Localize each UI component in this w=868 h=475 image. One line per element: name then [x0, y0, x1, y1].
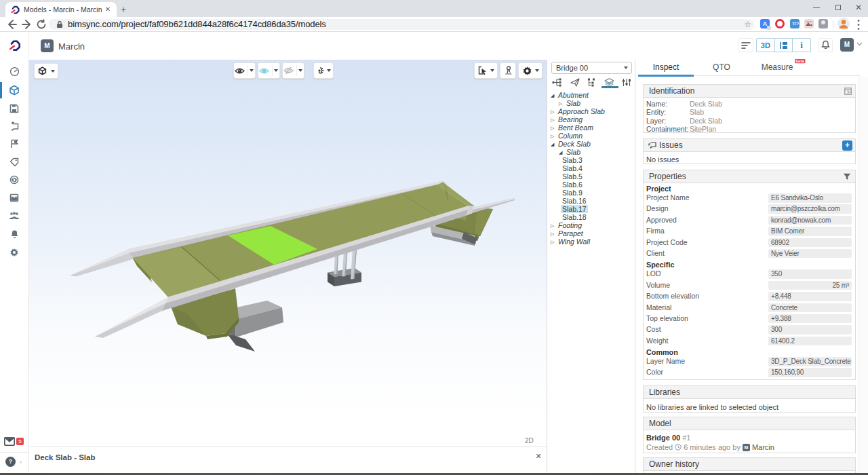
reload-icon[interactable] — [35, 18, 47, 31]
tree-item-label[interactable]: Deck Slab — [558, 140, 591, 148]
back-icon[interactable] — [5, 18, 18, 31]
tree-item-slab[interactable]: ▷Slab — [547, 99, 635, 107]
user-chevron-icon[interactable] — [856, 42, 863, 46]
help-button[interactable]: ? — [5, 457, 16, 467]
sidebar-item-labels[interactable] — [0, 154, 28, 170]
model-selector[interactable]: Bridge 00 — [551, 62, 632, 74]
tree-tab-classification[interactable] — [583, 77, 600, 88]
selection-close-icon[interactable]: ✕ — [534, 452, 543, 461]
tree-item-label[interactable]: Footing — [558, 221, 582, 229]
sidebar-item-milestones[interactable] — [0, 136, 28, 152]
view-tree-button[interactable] — [774, 39, 793, 52]
window-maximize-button[interactable] — [831, 1, 845, 14]
workspace-avatar[interactable]: M — [41, 39, 54, 52]
tree-item-slab-3[interactable]: Slab.3 — [547, 156, 635, 164]
sidebar-item-members[interactable] — [0, 207, 28, 223]
tree-item-label[interactable]: Slab.6 — [562, 180, 583, 189]
tree-item-wing-wall[interactable]: ▷Wing Wall — [547, 238, 635, 246]
extension-gray-icon[interactable] — [818, 19, 828, 28]
tree-item-label[interactable]: Slab — [566, 99, 580, 107]
tree-item-deck-slab[interactable]: ◢Deck Slab — [547, 140, 635, 148]
tree-item-bearing[interactable]: ▷Bearing — [547, 115, 635, 124]
extension-photo-icon[interactable] — [804, 19, 814, 28]
notifications-button[interactable] — [818, 38, 833, 52]
tree-item-slab-6[interactable]: Slab.6 — [547, 180, 635, 189]
view-info-button[interactable]: i — [792, 39, 810, 52]
lock-icon[interactable] — [56, 20, 63, 28]
extension-tfp-icon[interactable]: TF? — [790, 19, 800, 28]
help-chevron-icon[interactable]: › — [20, 459, 22, 466]
tree-item-label[interactable]: Slab — [566, 148, 580, 156]
expander-closed-icon[interactable]: ▷ — [551, 108, 554, 116]
sidebar-item-dashboard[interactable] — [0, 63, 28, 79]
expander-closed-icon[interactable]: ▷ — [551, 238, 554, 246]
tree-tab-filters[interactable] — [618, 77, 635, 88]
window-minimize-button[interactable] — [810, 1, 823, 14]
sidebar-item-topics[interactable] — [0, 118, 28, 134]
expander-closed-icon[interactable]: ▷ — [551, 116, 554, 124]
tree-item-label[interactable]: Approach Slab — [558, 107, 605, 115]
tree-item-parapet[interactable]: ▷Parapet — [547, 229, 635, 238]
messages-icon[interactable] — [4, 437, 15, 446]
show-objects-button[interactable] — [233, 62, 256, 79]
viewer-3d[interactable]: 2D Deck Slab - Slab ✕ — [29, 60, 547, 446]
sidebar-item-notifications[interactable] — [0, 226, 28, 242]
viewpoint-button[interactable] — [500, 62, 516, 79]
sidebar-item-libraries[interactable] — [0, 100, 28, 117]
bridge-model[interactable] — [29, 60, 547, 446]
view-3d-button[interactable]: 3D — [757, 39, 774, 52]
tree-item-label[interactable]: Slab.18 — [562, 213, 587, 221]
tree-item-label[interactable]: Slab.4 — [562, 164, 583, 172]
user-avatar[interactable]: M — [840, 38, 854, 52]
browser-profile-avatar[interactable] — [837, 18, 850, 30]
model-visibility-button[interactable] — [34, 63, 58, 79]
tree-tab-spatial[interactable] — [566, 77, 583, 88]
expander-closed-icon[interactable]: ▷ — [551, 222, 554, 230]
tree-item-label[interactable]: Column — [558, 132, 583, 140]
tab-qto[interactable]: QTO — [694, 60, 749, 75]
address-bar[interactable]: bimsync.com/project/faf09b621dd844a28f6c… — [49, 19, 754, 31]
select-tool-button[interactable] — [474, 62, 498, 79]
browser-menu-icon[interactable]: ••• — [856, 19, 861, 31]
expander-open-icon[interactable]: ◢ — [551, 92, 554, 100]
tree-item-label[interactable]: Parapet — [558, 229, 583, 238]
tree-item-label[interactable]: Slab.3 — [562, 156, 583, 164]
workspace-chevron-icon[interactable] — [77, 43, 83, 48]
expander-closed-icon[interactable]: ▷ — [551, 124, 554, 132]
tree-item-footing[interactable]: ▷Footing — [547, 221, 635, 229]
hide-objects-button[interactable] — [282, 62, 304, 79]
tree-item-label[interactable]: Slab.17 — [561, 205, 588, 213]
expander-closed-icon[interactable]: ▷ — [559, 100, 562, 108]
bimsync-logo[interactable] — [8, 38, 22, 53]
inspector-scrollbar[interactable] — [859, 77, 868, 475]
tree-item-slab-17[interactable]: Slab.17 — [547, 205, 635, 213]
list-filter-button[interactable] — [738, 38, 753, 52]
ghost-objects-button[interactable] — [258, 62, 280, 79]
tree-item-label[interactable]: Abutment — [558, 91, 589, 99]
browser-tab[interactable]: Models - Marcin - Marcin ✕ — [5, 2, 117, 17]
extension-opera-icon[interactable] — [775, 19, 785, 28]
tree-item-label[interactable]: Slab.16 — [562, 197, 587, 205]
tree-item-bent-beam[interactable]: ▷Bent Beam — [547, 124, 635, 132]
new-tab-button[interactable]: + — [118, 5, 129, 16]
tree-item-approach-slab[interactable]: ▷Approach Slab — [547, 107, 635, 115]
expander-closed-icon[interactable]: ▷ — [551, 132, 554, 140]
filter-funnel-icon[interactable] — [843, 173, 851, 180]
tree-item-label[interactable]: Bearing — [558, 115, 583, 124]
viewer-settings-button[interactable] — [518, 62, 542, 79]
tree-item-label[interactable]: Slab.9 — [562, 189, 583, 197]
author-name[interactable]: Marcin — [752, 442, 774, 452]
section-planes-button[interactable] — [313, 62, 334, 79]
tree-item-label[interactable]: Wing Wall — [558, 238, 590, 246]
expander-closed-icon[interactable]: ▷ — [551, 230, 554, 238]
url-text[interactable]: bimsync.com/project/faf09b621dd844a28f6c… — [68, 19, 326, 29]
add-issue-button[interactable]: + — [842, 140, 852, 151]
sidebar-item-deliverables[interactable] — [0, 189, 28, 206]
tree-item-slab-18[interactable]: Slab.18 — [547, 213, 635, 221]
tree-item-label[interactable]: Slab.5 — [562, 172, 583, 180]
tree-tab-hierarchy[interactable] — [549, 77, 566, 88]
tree-item-slab-9[interactable]: Slab.9 — [547, 189, 635, 197]
window-close-button[interactable]: ✕ — [852, 1, 865, 14]
tab-close-icon[interactable]: ✕ — [103, 5, 113, 14]
bookmark-star-icon[interactable]: ☆ — [744, 20, 751, 29]
